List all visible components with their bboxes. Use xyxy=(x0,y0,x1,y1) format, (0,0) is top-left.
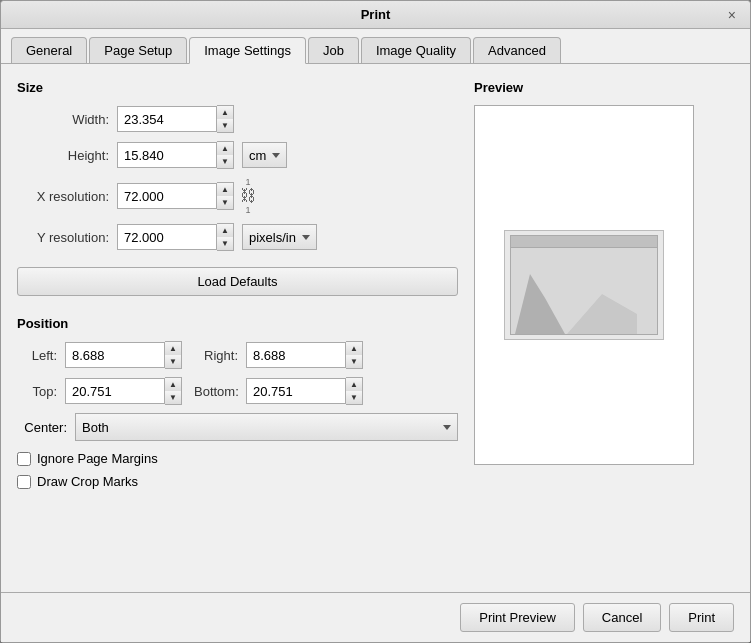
bottom-up-button[interactable]: ▲ xyxy=(346,378,362,391)
y-resolution-up-button[interactable]: ▲ xyxy=(217,224,233,237)
y-resolution-row: Y resolution: ▲ ▼ pixels/in xyxy=(17,223,458,251)
left-input[interactable] xyxy=(65,342,165,368)
center-dropdown[interactable]: Both xyxy=(75,413,458,441)
print-preview-button[interactable]: Print Preview xyxy=(460,603,575,632)
height-input[interactable] xyxy=(117,142,217,168)
width-spinner: ▲ ▼ xyxy=(117,105,234,133)
tab-image-settings[interactable]: Image Settings xyxy=(189,37,306,64)
y-resolution-down-button[interactable]: ▼ xyxy=(217,237,233,250)
cancel-button[interactable]: Cancel xyxy=(583,603,661,632)
x-resolution-input[interactable] xyxy=(117,183,217,209)
close-button[interactable]: × xyxy=(722,5,742,25)
position-section: Position Left: ▲ ▼ Right: xyxy=(17,316,458,489)
right-panel: Preview xyxy=(474,80,734,576)
width-down-button[interactable]: ▼ xyxy=(217,119,233,132)
left-label: Left: xyxy=(17,348,65,363)
load-defaults-button[interactable]: Load Defaults xyxy=(17,267,458,296)
right-spinner: ▲ ▼ xyxy=(246,341,363,369)
top-up-button[interactable]: ▲ xyxy=(165,378,181,391)
right-up-button[interactable]: ▲ xyxy=(346,342,362,355)
tab-bar: General Page Setup Image Settings Job Im… xyxy=(1,29,750,64)
tab-general[interactable]: General xyxy=(11,37,87,63)
x-resolution-up-button[interactable]: ▲ xyxy=(217,183,233,196)
height-down-button[interactable]: ▼ xyxy=(217,155,233,168)
link-icon: 1 ⛓ 1 xyxy=(240,177,256,215)
print-button[interactable]: Print xyxy=(669,603,734,632)
left-panel: Size Width: ▲ ▼ Height: ▲ xyxy=(17,80,458,576)
top-down-button[interactable]: ▼ xyxy=(165,391,181,404)
width-label: Width: xyxy=(17,112,117,127)
width-up-button[interactable]: ▲ xyxy=(217,106,233,119)
top-bottom-row: Top: ▲ ▼ Bottom: ▲ ▼ xyxy=(17,377,458,405)
preview-shape-right xyxy=(567,284,637,334)
tab-image-quality[interactable]: Image Quality xyxy=(361,37,471,63)
width-input[interactable] xyxy=(117,106,217,132)
x-resolution-spinner-buttons: ▲ ▼ xyxy=(217,182,234,210)
pixels-dropdown-arrow-icon xyxy=(302,235,310,240)
preview-app-window xyxy=(510,235,658,335)
preview-shape-left xyxy=(515,274,565,334)
center-row: Center: Both xyxy=(17,413,458,441)
center-label: Center: xyxy=(17,420,75,435)
center-dropdown-arrow-icon xyxy=(443,425,451,430)
center-value: Both xyxy=(82,420,109,435)
link-top-icon: 1 xyxy=(245,177,250,187)
right-spinner-buttons: ▲ ▼ xyxy=(346,341,363,369)
bottom-spinner: ▲ ▼ xyxy=(246,377,363,405)
title-bar: Print × xyxy=(1,1,750,29)
preview-app-bar xyxy=(511,236,657,248)
left-spinner: ▲ ▼ xyxy=(65,341,182,369)
print-dialog: Print × General Page Setup Image Setting… xyxy=(0,0,751,643)
top-input[interactable] xyxy=(65,378,165,404)
right-label: Right: xyxy=(194,348,246,363)
pixels-label: pixels/in xyxy=(249,230,296,245)
height-spinner-buttons: ▲ ▼ xyxy=(217,141,234,169)
top-label: Top: xyxy=(17,384,65,399)
top-spinner: ▲ ▼ xyxy=(65,377,182,405)
x-resolution-spinner: ▲ ▼ xyxy=(117,182,234,210)
ignore-margins-label[interactable]: Ignore Page Margins xyxy=(37,451,158,466)
left-up-button[interactable]: ▲ xyxy=(165,342,181,355)
right-down-button[interactable]: ▼ xyxy=(346,355,362,368)
preview-app-content xyxy=(511,259,657,334)
left-right-row: Left: ▲ ▼ Right: ▲ ▼ xyxy=(17,341,458,369)
preview-inner xyxy=(504,230,664,340)
height-spinner: ▲ ▼ xyxy=(117,141,234,169)
height-label: Height: xyxy=(17,148,117,163)
size-section-title: Size xyxy=(17,80,458,95)
left-down-button[interactable]: ▼ xyxy=(165,355,181,368)
unit-dropdown[interactable]: cm xyxy=(242,142,287,168)
y-resolution-label: Y resolution: xyxy=(17,230,117,245)
bottom-label: Bottom: xyxy=(194,384,246,399)
height-up-button[interactable]: ▲ xyxy=(217,142,233,155)
ignore-margins-checkbox[interactable] xyxy=(17,452,31,466)
preview-box xyxy=(474,105,694,465)
link-chain-icon[interactable]: ⛓ xyxy=(240,187,256,205)
x-resolution-row: X resolution: ▲ ▼ 1 ⛓ 1 xyxy=(17,177,458,215)
x-resolution-label: X resolution: xyxy=(17,189,117,204)
left-spinner-buttons: ▲ ▼ xyxy=(165,341,182,369)
draw-crop-label[interactable]: Draw Crop Marks xyxy=(37,474,138,489)
footer: Print Preview Cancel Print xyxy=(1,592,750,642)
ignore-margins-row: Ignore Page Margins xyxy=(17,451,458,466)
right-input[interactable] xyxy=(246,342,346,368)
preview-title: Preview xyxy=(474,80,734,95)
height-row: Height: ▲ ▼ cm xyxy=(17,141,458,169)
tab-advanced[interactable]: Advanced xyxy=(473,37,561,63)
unit-dropdown-arrow-icon xyxy=(272,153,280,158)
draw-crop-checkbox[interactable] xyxy=(17,475,31,489)
tab-page-setup[interactable]: Page Setup xyxy=(89,37,187,63)
draw-crop-row: Draw Crop Marks xyxy=(17,474,458,489)
top-spinner-buttons: ▲ ▼ xyxy=(165,377,182,405)
y-resolution-input[interactable] xyxy=(117,224,217,250)
width-spinner-buttons: ▲ ▼ xyxy=(217,105,234,133)
tab-job[interactable]: Job xyxy=(308,37,359,63)
bottom-input[interactable] xyxy=(246,378,346,404)
x-resolution-down-button[interactable]: ▼ xyxy=(217,196,233,209)
bottom-down-button[interactable]: ▼ xyxy=(346,391,362,404)
y-resolution-spinner: ▲ ▼ xyxy=(117,223,234,251)
pixels-dropdown[interactable]: pixels/in xyxy=(242,224,317,250)
y-resolution-spinner-buttons: ▲ ▼ xyxy=(217,223,234,251)
position-section-title: Position xyxy=(17,316,458,331)
dialog-title: Print xyxy=(361,7,391,22)
